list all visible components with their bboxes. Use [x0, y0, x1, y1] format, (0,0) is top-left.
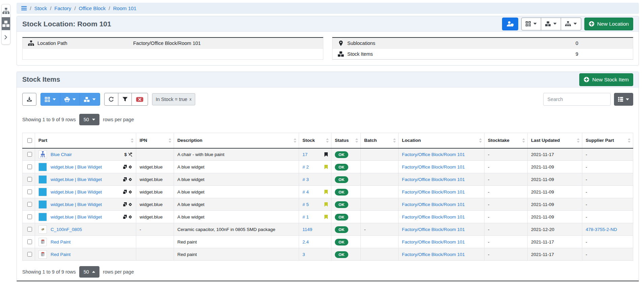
download-data-button[interactable]: [22, 93, 36, 106]
row-checkbox[interactable]: [27, 189, 32, 194]
location-link[interactable]: Factory/Office Block/Room 101: [402, 189, 465, 195]
sort-icon: [522, 138, 525, 143]
stock-link[interactable]: # 2: [302, 164, 309, 170]
filter-chip-remove[interactable]: x: [189, 97, 192, 102]
part-link[interactable]: widget.blue | Blue Widget: [51, 214, 102, 220]
location-link[interactable]: Factory/Office Block/Room 101: [402, 177, 465, 182]
row-checkbox[interactable]: [27, 214, 32, 219]
column-header-part[interactable]: Part: [35, 133, 136, 148]
row-checkbox[interactable]: [27, 227, 32, 232]
printer-icon: [64, 97, 70, 102]
stock-link[interactable]: # 4: [302, 189, 309, 195]
stock-link[interactable]: # 3: [302, 177, 309, 182]
breadcrumb-link[interactable]: Office Block: [79, 5, 106, 11]
part-link[interactable]: widget.blue | Blue Widget: [51, 202, 102, 207]
ipn-value: -: [136, 223, 174, 236]
sidebar-item-location-tree[interactable]: [2, 4, 10, 17]
location-link[interactable]: Factory/Office Block/Room 101: [402, 214, 465, 220]
column-header-ipn[interactable]: IPN: [136, 133, 174, 148]
table-row: widget.blue | Blue Widget widget.blue A …: [23, 173, 633, 186]
select-all-checkbox[interactable]: [27, 138, 32, 143]
stock-link[interactable]: 1149: [302, 227, 312, 232]
stock-link[interactable]: # 1: [302, 214, 309, 220]
stock-link[interactable]: 2.4: [302, 239, 309, 245]
row-checkbox[interactable]: [27, 239, 32, 244]
refresh-button[interactable]: [104, 93, 118, 106]
stock-options-button[interactable]: [80, 93, 100, 106]
location-link[interactable]: Factory/Office Block/Room 101: [402, 164, 465, 170]
page-size-button[interactable]: 50: [79, 114, 100, 125]
part-link[interactable]: widget.blue | Blue Widget: [51, 164, 102, 170]
clear-filters-button[interactable]: [131, 93, 148, 106]
bookmark-icon: [324, 202, 328, 207]
column-header-description[interactable]: Description: [174, 133, 299, 148]
part-thumbnail[interactable]: [38, 163, 47, 171]
column-select-button[interactable]: [614, 93, 634, 106]
stock-actions-button[interactable]: [541, 18, 561, 30]
filter-chip-text: In Stock = true: [156, 97, 187, 102]
column-header-stock[interactable]: Stock: [299, 133, 331, 148]
location-link[interactable]: Factory/Office Block/Room 101: [402, 239, 465, 245]
search-input[interactable]: [543, 93, 611, 106]
breadcrumb-link[interactable]: Room 101: [113, 5, 136, 11]
part-thumbnail[interactable]: [38, 238, 47, 246]
part-thumbnail[interactable]: [38, 150, 47, 159]
section-title: Stock Items: [22, 76, 60, 83]
column-header-supplier-part[interactable]: Supplier Part: [582, 133, 633, 148]
print-actions-button[interactable]: [60, 93, 80, 106]
row-checkbox[interactable]: [27, 164, 32, 169]
table-row: Red Paint Red paint 3 OK Factory/Office …: [23, 248, 633, 261]
breadcrumb-separator: /: [50, 5, 51, 11]
filter-button[interactable]: [118, 93, 132, 106]
part-link[interactable]: Blue Chair: [51, 152, 72, 157]
stock-link[interactable]: 3: [302, 252, 305, 257]
row-checkbox[interactable]: [27, 202, 32, 207]
part-thumbnail[interactable]: [38, 188, 47, 196]
caret-down-icon: [72, 98, 76, 100]
part-thumbnail[interactable]: [38, 175, 47, 184]
column-header-stocktake[interactable]: Stocktake: [485, 133, 528, 148]
menu-icon[interactable]: [21, 6, 27, 10]
sidebar-item-stock[interactable]: [2, 17, 10, 30]
stock-link[interactable]: # 5: [302, 202, 309, 207]
plus-circle-icon: [584, 77, 589, 82]
barcode-actions-button[interactable]: [40, 93, 60, 106]
location-link[interactable]: Factory/Office Block/Room 101: [402, 202, 465, 207]
table-row: widget.blue | Blue Widget widget.blue A …: [23, 198, 633, 211]
part-link[interactable]: Red Paint: [51, 252, 70, 257]
sidebar-expand-button[interactable]: [2, 30, 10, 44]
part-thumbnail[interactable]: [38, 250, 47, 259]
location-link[interactable]: Factory/Office Block/Room 101: [402, 227, 465, 232]
part-thumbnail[interactable]: [38, 225, 47, 234]
location-link[interactable]: Factory/Office Block/Room 101: [402, 252, 465, 257]
new-location-button[interactable]: New Location: [584, 18, 633, 30]
supplier-part-link[interactable]: 478-3755-2-ND: [586, 227, 617, 232]
part-link[interactable]: widget.blue | Blue Widget: [51, 177, 102, 182]
new-stock-item-button[interactable]: New Stock Item: [579, 73, 633, 86]
part-link[interactable]: Red Paint: [51, 239, 70, 245]
ipn-value: [136, 236, 174, 248]
caret-up-icon: [92, 271, 95, 273]
stock-link[interactable]: 17: [302, 152, 308, 157]
part-link[interactable]: C_100nF_0805: [51, 227, 82, 232]
row-checkbox[interactable]: [27, 177, 32, 182]
part-link[interactable]: widget.blue | Blue Widget: [51, 189, 102, 195]
column-header-status[interactable]: Status: [331, 133, 361, 148]
row-checkbox[interactable]: [27, 252, 32, 257]
admin-access-button[interactable]: [502, 18, 518, 30]
column-header-location[interactable]: Location: [399, 133, 485, 148]
row-checkbox[interactable]: [27, 152, 32, 157]
location-actions-button[interactable]: [561, 18, 581, 30]
breadcrumb-link[interactable]: Stock: [34, 5, 47, 11]
boxes-icon: [545, 21, 551, 26]
user-shield-icon: [506, 21, 514, 27]
page-size-button[interactable]: 50: [79, 266, 100, 278]
column-header-last-updated[interactable]: Last Updated: [528, 133, 582, 148]
column-header-batch[interactable]: Batch: [361, 133, 399, 148]
part-thumbnail[interactable]: [38, 213, 47, 221]
location-link[interactable]: Factory/Office Block/Room 101: [402, 152, 465, 157]
part-thumbnail[interactable]: [38, 200, 47, 209]
qrcode-icon: [45, 97, 50, 102]
breadcrumb-link[interactable]: Factory: [54, 5, 71, 11]
barcode-actions-button[interactable]: [521, 18, 541, 30]
